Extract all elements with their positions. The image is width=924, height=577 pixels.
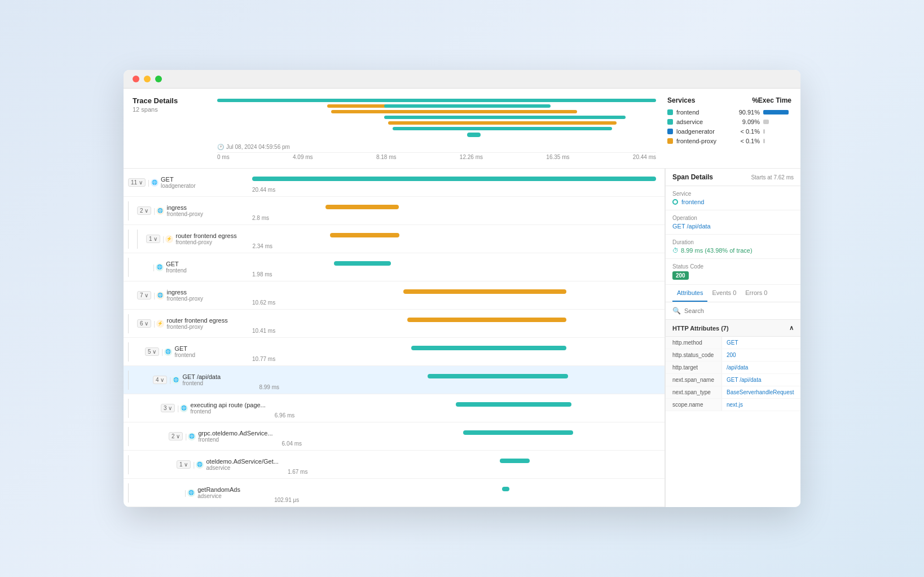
trace-bar-7 xyxy=(393,127,612,130)
service-color-adservice xyxy=(667,119,673,125)
service-color-frontend-proxy xyxy=(667,138,673,144)
span-collapse-9[interactable]: 3 ∨ xyxy=(161,404,175,412)
span-operation-value: GET /api/data xyxy=(672,223,794,230)
span-row-9[interactable]: 3 ∨ | 🌐 executing api route (page... fro… xyxy=(124,394,665,422)
trace-title: Trace Details xyxy=(133,96,206,105)
services-header: Services %Exec Time xyxy=(667,96,791,104)
span-collapse-6[interactable]: 6 ∨ xyxy=(137,319,151,328)
duration-label: Duration xyxy=(672,239,794,245)
service-bar-frontend-proxy xyxy=(763,139,765,143)
span-duration-section: Duration ⏱ 8.99 ms (43.98% of trace) xyxy=(666,235,800,259)
span-bar-5 xyxy=(403,289,566,294)
span-tabs: Attributes Events 0 Errors 0 xyxy=(666,285,800,302)
tab-attributes[interactable]: Attributes xyxy=(672,285,707,302)
span-row-2[interactable]: 2 ∨ | 🌐 ingress frontend-proxy 2.8 ms xyxy=(124,197,665,225)
service-row-loadgenerator: loadgenerator < 0.1% xyxy=(667,128,791,135)
span-collapse-10[interactable]: 2 ∨ xyxy=(169,432,183,441)
service-indicator xyxy=(672,199,678,205)
browser-window: Trace Details 12 spans xyxy=(124,70,800,507)
span-bar-10 xyxy=(463,430,573,435)
trace-timestamp: 🕐 Jul 08, 2024 04:59:56 pm xyxy=(217,144,656,150)
globe-icon-8: 🌐 xyxy=(172,376,180,384)
span-row-4[interactable]: | 🌐 GET frontend 1.98 ms xyxy=(124,253,665,281)
span-bar-12 xyxy=(502,487,510,491)
spans-section: 11 ∨ | 🌐 GET loadgenerator 20.44 ms xyxy=(124,169,800,507)
service-color-loadgenerator xyxy=(667,129,673,134)
span-row-6[interactable]: 6 ∨ | ⚡ router frontend egress frontend-… xyxy=(124,310,665,338)
span-row-1[interactable]: 11 ∨ | 🌐 GET loadgenerator 20.44 ms xyxy=(124,169,665,197)
tab-events[interactable]: Events 0 xyxy=(707,285,741,302)
trace-info: Trace Details 12 spans xyxy=(133,96,206,160)
trace-details-panel: Trace Details 12 spans xyxy=(124,89,800,169)
service-bar-adservice xyxy=(763,120,769,124)
trace-timeline: 0 ms 4.09 ms 8.18 ms 12.26 ms 16.35 ms 2… xyxy=(217,152,656,160)
span-row-11[interactable]: 1 ∨ | 🌐 oteldemo.AdService/Get... adserv… xyxy=(124,451,665,479)
span-collapse-7[interactable]: 5 ∨ xyxy=(145,347,159,356)
span-collapse-5[interactable]: 7 ∨ xyxy=(137,291,151,299)
attr-row-next-span-name: next.span_name GET /api/data xyxy=(666,374,800,386)
trace-bar-4 xyxy=(331,110,577,113)
http-attributes-header[interactable]: HTTP Attributes (7) ∧ xyxy=(666,320,800,337)
span-service-value: frontend xyxy=(681,199,704,205)
span-details-title: Span Details xyxy=(672,173,713,181)
trace-bar-1 xyxy=(217,99,656,102)
service-bar-loadgenerator xyxy=(763,129,765,134)
router-icon-6: ⚡ xyxy=(156,320,164,328)
globe-icon-1: 🌐 xyxy=(151,179,159,187)
span-starts-at: Starts at 7.62 ms xyxy=(751,174,794,180)
span-row-3[interactable]: 1 ∨ | ⚡ router frontend egress frontend-… xyxy=(124,225,665,253)
close-dot[interactable] xyxy=(133,76,139,82)
globe-icon-11: 🌐 xyxy=(196,461,204,469)
attr-row-http-method: http.method GET xyxy=(666,337,800,349)
trace-spans: 12 spans xyxy=(133,106,206,113)
globe-icon-7: 🌐 xyxy=(164,348,172,356)
span-bar-2 xyxy=(325,205,399,209)
span-row-12[interactable]: | 🌐 getRandomAds adservice 102.91 μs xyxy=(124,479,665,507)
span-details-panel: Span Details Starts at 7.62 ms Service f… xyxy=(665,169,800,507)
attr-row-http-target: http.target /api/data xyxy=(666,362,800,374)
span-bar-7 xyxy=(411,346,566,350)
tab-errors[interactable]: Errors 0 xyxy=(741,285,772,302)
span-collapse-2[interactable]: 2 ∨ xyxy=(137,206,151,215)
attribute-search-box: 🔍 xyxy=(666,302,800,320)
span-row-5[interactable]: 7 ∨ | 🌐 ingress frontend-proxy 10.62 ms xyxy=(124,281,665,310)
services-panel: Services %Exec Time frontend 90.91% adse… xyxy=(667,96,791,160)
span-collapse-3[interactable]: 1 ∨ xyxy=(146,235,160,243)
span-status-section: Status Code 200 xyxy=(666,259,800,285)
span-operation-section: Operation GET /api/data xyxy=(666,210,800,235)
span-row-8[interactable]: 4 ∨ | 🌐 GET /api/data frontend 8.99 ms xyxy=(124,366,665,394)
attr-row-scope-name: scope.name next.js xyxy=(666,399,800,411)
service-row-frontend: frontend 90.91% xyxy=(667,109,791,116)
operation-label: Operation xyxy=(672,215,794,221)
globe-icon-2: 🌐 xyxy=(156,207,164,215)
span-bar-6 xyxy=(407,318,566,322)
trace-bar-3 xyxy=(384,104,551,108)
trace-bar-6 xyxy=(388,121,617,125)
span-bar-9 xyxy=(456,402,571,407)
span-row-7[interactable]: 5 ∨ | 🌐 GET frontend 10.77 ms xyxy=(124,338,665,366)
router-icon-3: ⚡ xyxy=(165,235,173,243)
globe-icon-9: 🌐 xyxy=(180,404,188,412)
trace-bar-5 xyxy=(384,116,626,119)
service-label: Service xyxy=(672,191,794,197)
search-icon: 🔍 xyxy=(672,307,681,315)
span-bar-4 xyxy=(334,261,391,266)
globe-icon-10: 🌐 xyxy=(188,433,196,441)
status-badge: 200 xyxy=(672,271,689,280)
maximize-dot[interactable] xyxy=(155,76,162,82)
span-collapse-1[interactable]: 11 ∨ xyxy=(128,178,146,187)
search-input[interactable] xyxy=(684,307,794,314)
attr-row-next-span-type: next.span_type BaseServerhandleRequest xyxy=(666,386,800,399)
span-row-10[interactable]: 2 ∨ | 🌐 grpc.oteldemo.AdService... front… xyxy=(124,422,665,451)
service-row-frontend-proxy: frontend-proxy < 0.1% xyxy=(667,138,791,144)
service-bar-frontend xyxy=(763,110,789,114)
globe-icon-5: 🌐 xyxy=(156,292,164,299)
span-collapse-8[interactable]: 4 ∨ xyxy=(153,376,167,384)
trace-bars xyxy=(217,96,656,142)
span-collapse-11[interactable]: 1 ∨ xyxy=(177,460,191,469)
service-color-frontend xyxy=(667,109,673,115)
span-bar-1 xyxy=(252,177,656,181)
minimize-dot[interactable] xyxy=(144,76,151,82)
span-bar-8 xyxy=(428,374,568,378)
globe-icon-4: 🌐 xyxy=(156,263,164,271)
